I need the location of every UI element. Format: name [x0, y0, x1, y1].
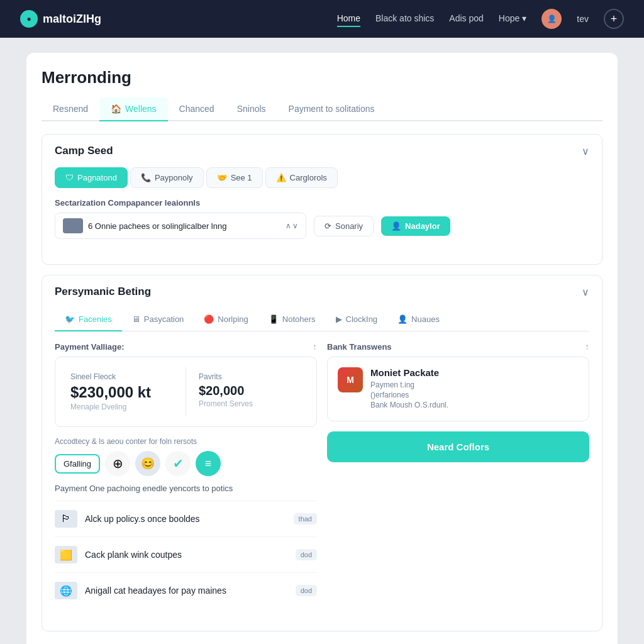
carglorols-icon: ⚠️	[276, 173, 286, 182]
selector-chevrons: ∧ ∨	[286, 221, 298, 230]
pv-divider	[186, 367, 186, 416]
nuaues-icon: 👤	[397, 314, 408, 324]
subtab-carglorols[interactable]: ⚠️ Carglorols	[265, 167, 338, 188]
persymanic-beting-header[interactable]: Persymanic Beting ∨	[42, 275, 602, 308]
pv-right: Pavrits $20,000 Proment Serves	[194, 367, 306, 416]
selector-value: 6 Onnie pachees or solinglicalber lnng	[88, 221, 280, 231]
nav-link-hope[interactable]: Hope ▾	[499, 11, 526, 27]
left-column: Payment Valliage: ↑ Sineel Fleock $230,0…	[55, 341, 317, 608]
tab-chanced[interactable]: Chanced	[168, 97, 226, 121]
pv-left-sub: Menaple Dveling	[70, 402, 173, 411]
camp-seed-header[interactable]: Camp Seed ∨	[42, 135, 602, 167]
logo-icon: ●	[20, 10, 38, 28]
main-content: Merronding Resnend 🏠 Wellens Chanced Sni…	[0, 38, 644, 644]
pasycation-icon: 🖥	[132, 314, 140, 324]
smiley-logo[interactable]: 😊	[135, 451, 160, 476]
mastercard-logo[interactable]: ⊕	[105, 451, 130, 476]
camp-seed-chevron-icon: ∨	[582, 145, 589, 157]
list-item: 🏳 Alck up policy.s once booldes thad	[55, 501, 317, 536]
account-row: Accodtecy & Is aeou conter for foln rers…	[55, 437, 317, 476]
item-text-1: Alck up policy.s once booldes	[85, 514, 286, 524]
payment-value-section: Payment Valliage: ↑ Sineel Fleock $230,0…	[55, 341, 317, 427]
avatar[interactable]: 👤	[541, 9, 562, 29]
facenies-icon: 🐦	[65, 314, 75, 324]
inner-subtab-notohers[interactable]: 📱 Notohers	[258, 308, 326, 331]
persymanic-subtabs: 🐦 Facenies 🖥 Pasycation 🔴 Norlping 📱 Not…	[55, 308, 589, 331]
selector-label: Sectarization Compapancer leaionnls	[55, 198, 589, 208]
nav-link-black[interactable]: Black ato shics	[375, 11, 434, 27]
bank-transfer-title: Moniet Packate	[370, 367, 448, 378]
subtab-payponoly[interactable]: 📞 Payponoly	[130, 167, 204, 188]
camp-seed-subtabs: 🛡 Pagnatond 📞 Payponoly 🤝 See 1 ⚠️ Cargl…	[55, 167, 589, 188]
camp-seed-title: Camp Seed	[55, 145, 113, 157]
notohers-icon: 📱	[269, 314, 279, 324]
sonariy-icon: ⟳	[325, 221, 331, 231]
nav-link-adis[interactable]: Adis pod	[449, 11, 483, 27]
pv-right-value: $20,000	[199, 384, 301, 398]
persymanic-chevron-icon: ∨	[582, 286, 589, 298]
item-icon-2: 🟨	[55, 546, 77, 564]
nadaylor-button[interactable]: 👤 Nadaylor	[381, 216, 450, 236]
bank-transfer-details: Moniet Packate Paymen t.ing ()erfariones…	[370, 367, 448, 411]
inner-subtab-facenies[interactable]: 🐦 Facenies	[55, 308, 122, 331]
top-navigation: ● maltoiZIHg Home Black ato shics Adis p…	[0, 0, 644, 38]
chevron-down-icon: ∨	[292, 221, 298, 230]
pv-left-value: $230,000 kt	[70, 384, 173, 401]
clocking-icon: ▶	[336, 314, 342, 324]
norlping-icon: 🔴	[204, 314, 214, 324]
check-logo[interactable]: ✔	[165, 451, 191, 476]
inner-subtab-pasycation[interactable]: 🖥 Pasycation	[122, 308, 194, 331]
wellens-icon: 🏠	[111, 104, 121, 114]
account-logos: Gfalling ⊕ 😊 ✔	[55, 451, 317, 476]
camp-seed-section: Camp Seed ∨ 🛡 Pagnatond 📞 Payponoly 🤝	[42, 134, 602, 265]
subtab-see1[interactable]: 🤝 See 1	[206, 167, 263, 188]
two-column-layout: Payment Valliage: ↑ Sineel Fleock $230,0…	[55, 341, 589, 608]
inner-subtab-nuaues[interactable]: 👤 Nuaues	[387, 308, 450, 331]
persymanic-beting-body: 🐦 Facenies 🖥 Pasycation 🔴 Norlping 📱 Not…	[42, 308, 602, 631]
mastercard-icon: ⊕	[113, 456, 123, 471]
pv-left-label: Sineel Fleock	[70, 372, 173, 381]
payment-value-card: Sineel Fleock $230,000 kt Menaple Dvelin…	[55, 357, 317, 427]
item-badge-1: thad	[294, 513, 317, 525]
item-icon-1: 🏳	[55, 510, 77, 528]
logo[interactable]: ● maltoiZIHg	[20, 10, 101, 28]
payment-list-label: Payment One pachoing enedle yencorts to …	[55, 484, 317, 493]
inner-subtab-clocking[interactable]: ▶ ClockIng	[326, 308, 388, 331]
menu-logo[interactable]: ≡	[196, 451, 221, 476]
tab-wellens[interactable]: 🏠 Wellens	[99, 97, 168, 121]
tab-sninols[interactable]: Sninols	[226, 97, 277, 121]
gfalling-logo[interactable]: Gfalling	[55, 454, 100, 474]
inner-subtab-norlping[interactable]: 🔴 Norlping	[194, 308, 258, 331]
subtab-pagnatond[interactable]: 🛡 Pagnatond	[55, 167, 128, 188]
neard-coflors-button[interactable]: Neard Coflors	[327, 431, 589, 462]
tab-payment-solitations[interactable]: Payment to solitations	[277, 97, 386, 121]
see1-icon: 🤝	[217, 173, 227, 182]
logo-text: maltoiZIHg	[43, 13, 101, 26]
selector-dropdown[interactable]: 6 Onnie pachees or solinglicalber lnng ∧…	[55, 213, 306, 239]
list-item: 🟨 Cack plank wink coutpes dod	[55, 536, 317, 572]
sonariy-button[interactable]: ⟳ Sonariy	[314, 216, 374, 236]
page-tabs: Resnend 🏠 Wellens Chanced Sninols Paymen…	[42, 97, 602, 121]
pv-right-label: Pavrits	[199, 372, 301, 381]
bank-transfer-detail1: Paymen t.ing	[370, 380, 448, 389]
bank-transfer-icon: M	[338, 367, 363, 392]
chevron-up-icon: ∧	[286, 221, 291, 230]
tab-resnend[interactable]: Resnend	[42, 97, 99, 121]
item-badge-3: dod	[296, 585, 317, 596]
payponoly-icon: 📞	[141, 173, 151, 182]
sort-up-icon: ↑	[313, 341, 317, 352]
pv-right-sub: Proment Serves	[199, 399, 301, 408]
nadaylor-icon: 👤	[391, 221, 401, 231]
page-container: Merronding Resnend 🏠 Wellens Chanced Sni…	[26, 53, 618, 644]
add-button[interactable]: +	[604, 9, 624, 29]
menu-icon: ≡	[205, 457, 212, 470]
nav-link-home[interactable]: Home	[337, 11, 360, 27]
check-icon: ✔	[173, 456, 184, 471]
pv-left: Sineel Fleock $230,000 kt Menaple Dvelin…	[65, 367, 178, 416]
bank-transfer-section: Bank Transwens ↑ M Moniet Packate Paymen…	[327, 341, 589, 421]
item-badge-2: dod	[296, 549, 317, 560]
right-column: Bank Transwens ↑ M Moniet Packate Paymen…	[327, 341, 589, 608]
persymanic-beting-title: Persymanic Beting	[55, 286, 151, 298]
item-icon-3: 🌐	[55, 582, 77, 599]
payment-value-label: Payment Valliage:	[55, 342, 125, 352]
